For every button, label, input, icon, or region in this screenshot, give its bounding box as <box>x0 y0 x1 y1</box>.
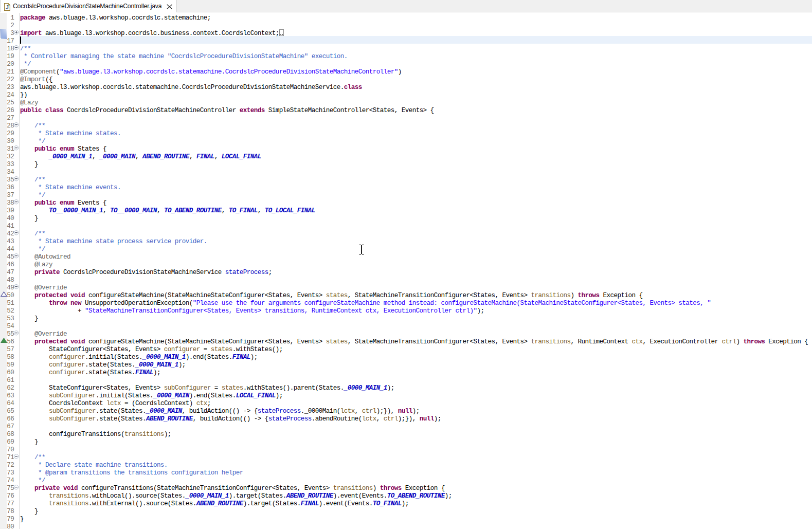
svg-text:J: J <box>6 4 9 10</box>
